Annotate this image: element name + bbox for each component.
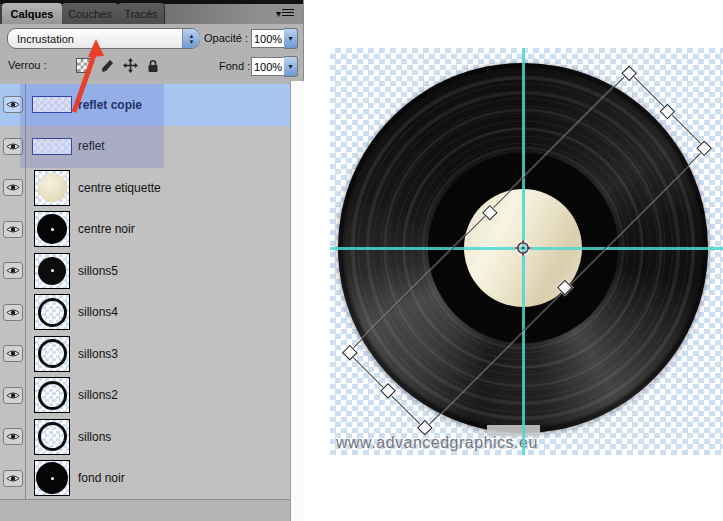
panel-tab-bar: Calques Couches Tracés ▾ xyxy=(0,0,303,24)
fill-value[interactable]: 100% xyxy=(251,57,285,76)
layer-name: sillons3 xyxy=(78,347,118,361)
tab-traces-label: Tracés xyxy=(124,8,157,20)
menu-caret-icon: ▾ xyxy=(276,8,281,19)
lock-position-icon[interactable] xyxy=(123,58,138,73)
layer-thumbnail xyxy=(34,336,70,372)
transform-handle-right[interactable] xyxy=(696,141,712,157)
lock-label: Verrou : xyxy=(8,59,47,71)
layer-name: centre noir xyxy=(78,222,135,236)
watermark-text: www.advancedgraphics.eu xyxy=(336,434,538,452)
layer-thumbnail xyxy=(34,211,70,247)
layer-controls: Incrustation ▲ ▼ Opacité : 100% ▼ Verrou… xyxy=(0,24,303,82)
layer-thumbnail xyxy=(34,170,70,206)
layer-thumbnail xyxy=(34,377,70,413)
opacity-dropdown-button[interactable]: ▼ xyxy=(284,28,298,49)
layer-row-sillons[interactable]: sillons xyxy=(0,416,290,459)
blend-mode-value: Incrustation xyxy=(8,33,182,45)
layer-row-sillons5[interactable]: sillons5 xyxy=(0,250,290,293)
layer-name: sillons5 xyxy=(78,264,118,278)
opacity-value[interactable]: 100% xyxy=(251,29,285,48)
eye-icon xyxy=(3,428,23,445)
visibility-toggle[interactable] xyxy=(0,375,26,417)
layer-row-sillons4[interactable]: sillons4 xyxy=(0,292,290,335)
tab-calques[interactable]: Calques xyxy=(2,3,63,24)
layer-name: centre etiquette xyxy=(78,181,161,195)
transform-handle-left[interactable] xyxy=(342,345,358,361)
panel-menu-icon[interactable]: ▾ xyxy=(276,7,298,19)
opacity-value-text: 100% xyxy=(254,33,282,45)
eye-icon xyxy=(3,221,23,238)
fill-label: Fond : xyxy=(219,60,250,72)
layer-row-centre-etiquette[interactable]: centre etiquette xyxy=(0,167,290,210)
layer-name: sillons xyxy=(78,430,111,444)
lock-all-icon[interactable] xyxy=(147,59,159,73)
transform-reference-point[interactable] xyxy=(515,240,531,256)
blend-mode-dropdown[interactable]: Incrustation ▲ ▼ xyxy=(7,28,200,49)
visibility-toggle[interactable] xyxy=(0,250,26,292)
layer-name: sillons4 xyxy=(78,305,118,319)
layer-name: sillons2 xyxy=(78,388,118,402)
fill-dropdown-button[interactable]: ▼ xyxy=(284,56,298,77)
tab-calques-label: Calques xyxy=(11,8,54,20)
eye-icon xyxy=(3,470,23,487)
tab-traces[interactable]: Tracés xyxy=(118,3,165,24)
menu-lines-icon xyxy=(282,9,294,18)
fill-caret-icon: ▼ xyxy=(287,63,294,70)
eye-icon xyxy=(3,304,23,321)
blend-mode-stepper-icon[interactable]: ▲ ▼ xyxy=(182,29,200,48)
transform-handle-left-mid[interactable] xyxy=(380,383,396,399)
lock-transparency-icon[interactable] xyxy=(76,58,91,73)
tab-couches-label: Couches xyxy=(68,8,111,20)
eye-icon xyxy=(3,387,23,404)
visibility-toggle[interactable] xyxy=(0,292,26,334)
transform-handle-top[interactable] xyxy=(621,66,637,82)
eye-icon xyxy=(3,262,23,279)
layers-panel: Calques Couches Tracés ▾ Incrustation ▲ … xyxy=(0,0,304,521)
visibility-toggle[interactable] xyxy=(0,416,26,458)
layer-row-sillons2[interactable]: sillons2 xyxy=(0,375,290,418)
tab-couches[interactable]: Couches xyxy=(62,3,119,24)
layer-row-centre-noir[interactable]: centre noir xyxy=(0,209,290,252)
visibility-toggle[interactable] xyxy=(0,167,26,209)
layer-row-sillons3[interactable]: sillons3 xyxy=(0,333,290,376)
layer-thumbnail xyxy=(34,294,70,330)
transform-handle-right-mid[interactable] xyxy=(660,104,676,120)
eye-icon xyxy=(3,345,23,362)
layer-thumbnail xyxy=(34,460,70,496)
eye-icon xyxy=(3,179,23,196)
stepper-down-icon: ▼ xyxy=(189,39,195,45)
layers-scrollbar[interactable] xyxy=(290,81,304,521)
document-canvas[interactable]: www.advancedgraphics.eu xyxy=(330,48,723,455)
layer-row-fond-noir[interactable]: fond noir xyxy=(0,458,290,501)
lock-pixels-icon[interactable] xyxy=(100,59,114,73)
opacity-label: Opacité : xyxy=(204,32,248,44)
fill-value-text: 100% xyxy=(254,61,282,73)
layer-thumbnail xyxy=(34,253,70,289)
visibility-toggle[interactable] xyxy=(0,209,26,251)
tutorial-highlight-overlay xyxy=(20,84,164,168)
visibility-toggle[interactable] xyxy=(0,458,26,500)
opacity-caret-icon: ▼ xyxy=(287,35,294,42)
layer-name: fond noir xyxy=(78,471,125,485)
visibility-toggle[interactable] xyxy=(0,333,26,375)
layer-thumbnail xyxy=(34,419,70,455)
